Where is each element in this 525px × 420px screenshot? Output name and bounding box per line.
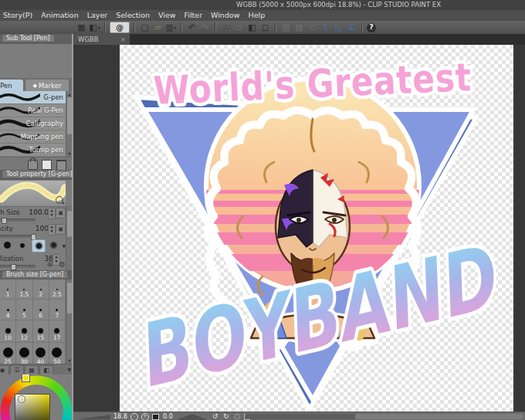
canvas-area[interactable]: World's Greatest BOYBAND (73, 45, 525, 412)
lock-subtool-icon[interactable] (28, 160, 38, 170)
subtool-item-gpen[interactable]: G-pen (0, 91, 66, 104)
menu-item-view[interactable]: View (158, 11, 176, 19)
menu-item-storyp[interactable]: Story(P) (3, 11, 32, 19)
opacity-dynamics-button[interactable]: ▣ (56, 224, 66, 235)
hue-marker[interactable] (22, 374, 29, 381)
zoom-slider[interactable] (76, 415, 110, 420)
tab-pen[interactable]: Pen (0, 80, 23, 91)
fill-icon[interactable]: ◧ (246, 22, 258, 32)
wrench-icon[interactable]: ⚙ (59, 260, 66, 269)
pin-icon[interactable]: ⊥ (346, 22, 357, 32)
subtool-item-turnippen[interactable]: Turnip pen (0, 144, 66, 157)
saturation-value-square[interactable] (15, 394, 50, 420)
subtool-scrollbar[interactable]: ▲ ▼ (66, 91, 72, 157)
tool-property-header-tab[interactable]: Tool property [G-pen] (2, 171, 72, 178)
brush-size-cell-10[interactable]: 10 (0, 320, 16, 343)
rotate-cw-icon[interactable]: ↻ (223, 412, 229, 420)
document-tab[interactable]: WGBB × (73, 34, 130, 45)
brush-size-dot (7, 309, 9, 311)
rotate-ccw-icon[interactable]: ↺ (212, 412, 218, 420)
fit-to-screen-button[interactable] (152, 414, 159, 420)
snap-grid-icon[interactable]: ▫ (307, 22, 318, 32)
rotation-slider[interactable] (177, 414, 208, 420)
brush-size-cell-17[interactable]: 17 (49, 320, 66, 343)
opacity-spinner[interactable]: ▲▼ (48, 224, 56, 235)
anti-aliasing-medium-button[interactable] (32, 239, 46, 252)
preview-magnifier-icon[interactable] (56, 196, 63, 204)
horizontal-scrollbar-thumb[interactable] (355, 414, 523, 419)
delete-subtool-icon[interactable] (56, 160, 66, 171)
close-tab-icon[interactable]: × (120, 34, 126, 45)
subtool-item-mappingpen[interactable]: Mapping pen (0, 130, 66, 144)
screen-settings-icon[interactable]: ◧▾ (89, 22, 100, 32)
opacity-slider[interactable] (0, 235, 36, 238)
brush-size-cell-5[interactable]: 5 (16, 300, 32, 320)
anti-aliasing-weak-button[interactable] (16, 239, 29, 251)
stabilization-slider[interactable] (0, 265, 36, 268)
snap-special-ruler-icon[interactable]: ▨ (293, 22, 305, 32)
triangle-ruler-icon[interactable]: ◺ (333, 22, 344, 32)
reselect-icon[interactable]: ▫ (233, 22, 245, 32)
crop-frame-icon[interactable]: ◻ (259, 22, 271, 32)
menu-item-layer[interactable]: Layer (87, 11, 108, 19)
brush-size-spinner[interactable]: ▲▼ (48, 208, 56, 219)
brush-size-slider[interactable] (0, 218, 36, 222)
rotation-value[interactable]: 0.0 (163, 413, 173, 420)
document-tab-bar: WGBB × (73, 34, 525, 45)
menu-item-animation[interactable]: Animation (41, 11, 78, 19)
clip-studio-icon[interactable]: @ (110, 22, 130, 33)
menu-item-filter[interactable]: Filter (185, 11, 203, 19)
menu-item-window[interactable]: Window (211, 11, 239, 19)
workspace-grid-icon[interactable]: ▦ (76, 22, 87, 32)
anti-aliasing-strong-button[interactable] (47, 239, 59, 251)
palette-dropdown-icon[interactable]: ▼ (67, 367, 71, 372)
anti-aliasing-none-button[interactable] (1, 239, 13, 251)
color-selector-circle[interactable] (19, 396, 25, 402)
brush-size-number: 12 (21, 334, 29, 342)
open-file-icon[interactable]: ▱ (152, 22, 164, 32)
tab-marker[interactable]: ◆ Marker (25, 80, 69, 91)
subtool-list: G-penReal G-PenCalligraphyMapping penTur… (0, 91, 66, 157)
create-subtool-icon[interactable] (42, 160, 52, 170)
brush-size-header-tab[interactable]: Brush size [G-pen] (2, 271, 67, 278)
horizontal-scrollbar[interactable] (245, 414, 523, 419)
tool-property-scrollbar[interactable] (66, 206, 72, 270)
brush-size-cell-1.5[interactable]: 1.5 (16, 279, 32, 300)
brush-size-dot (36, 347, 46, 357)
menu-item-help[interactable]: Help (249, 11, 266, 19)
brush-size-cell-15[interactable]: 15 (33, 320, 49, 343)
snap-ruler-icon[interactable]: ▨ (280, 22, 292, 32)
brush-size-cell-12[interactable]: 12 (16, 320, 32, 343)
document-canvas[interactable]: World's Greatest BOYBAND (120, 45, 513, 412)
brush-size-cell-6[interactable]: 6 (33, 300, 49, 320)
brush-size-dot (5, 328, 11, 334)
undo-icon[interactable]: ↶ (186, 22, 198, 32)
new-canvas-icon[interactable]: ▢ (139, 22, 151, 32)
brush-size-cell-1[interactable]: 1 (0, 279, 16, 300)
reset-view-icon[interactable]: ◌ (234, 412, 240, 420)
ruler-pen-icon[interactable]: \ (320, 22, 331, 32)
brush-size-cell-2[interactable]: 2 (33, 279, 49, 300)
deselect-icon[interactable]: ∴ (220, 22, 232, 32)
subtool-item-realgpen[interactable]: Real G-Pen (0, 104, 66, 117)
subtool-item-calligraphy[interactable]: Calligraphy (0, 117, 66, 130)
subtool-header-tab[interactable]: Sub Tool [Pen] (2, 35, 54, 42)
brush-size-dynamics-button[interactable]: ▣ (56, 208, 66, 218)
redo-icon[interactable]: ↷ (199, 22, 211, 32)
toolbar-separator (215, 22, 216, 32)
brush-size-cell-4[interactable]: 4 (0, 300, 16, 320)
save-icon[interactable]: ▥▾ (165, 22, 177, 32)
brush-size-number: 10 (4, 334, 12, 342)
zoom-value[interactable]: 18.8 (113, 413, 127, 420)
zoom-in-icon[interactable]: + (141, 413, 149, 420)
brush-size-scrollbar[interactable]: ▼ (66, 279, 72, 364)
reset-tool-settings-icon[interactable]: ※ (47, 260, 53, 269)
help-icon[interactable]: ? (367, 23, 376, 32)
brush-size-cell-7[interactable]: 7 (49, 300, 66, 320)
opacity-value[interactable]: 100 (36, 225, 49, 232)
brush-size-cell-2.5[interactable]: 2.5 (49, 279, 66, 300)
brush-size-value[interactable]: 100.0 (29, 208, 49, 216)
menu-item-selection[interactable]: Selection (116, 11, 150, 19)
zoom-out-icon[interactable]: - (130, 413, 138, 420)
brush-size-dot (40, 289, 42, 290)
